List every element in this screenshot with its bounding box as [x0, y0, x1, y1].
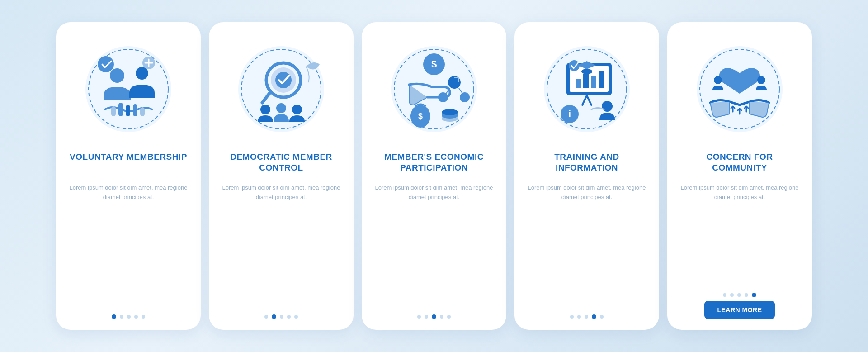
card-dots-3 — [417, 311, 451, 319]
card-icon-area-2 — [227, 35, 335, 143]
svg-point-35 — [442, 109, 458, 115]
dot — [723, 293, 726, 297]
svg-point-3 — [136, 67, 148, 80]
dot — [447, 315, 451, 319]
dot — [737, 293, 741, 297]
card-icon-area-4: i — [533, 35, 641, 143]
card-democratic-member-control: DEMOCRATIC MEMBER CONTROL Lorem ipsum do… — [209, 22, 354, 330]
card-title-3: MEMBER'S ECONOMIC PARTICIPATION — [374, 152, 494, 175]
card-voluntary-membership: VOLUNTARY MEMBERSHIP Lorem ipsum dolor s… — [56, 22, 201, 330]
card-icon-area-5 — [685, 35, 794, 143]
svg-point-19 — [260, 105, 270, 114]
dot — [577, 315, 581, 319]
dot — [425, 315, 428, 319]
svg-text:$: $ — [431, 58, 437, 70]
svg-point-55 — [714, 76, 722, 84]
svg-point-2 — [110, 68, 124, 83]
svg-point-4 — [98, 56, 114, 72]
card-training-and-information: i TRAINING AND INFORMATION Lorem ipsum d… — [514, 22, 659, 330]
dot — [280, 315, 283, 319]
dot-active — [272, 314, 276, 319]
dot — [120, 315, 123, 319]
svg-point-52 — [569, 60, 580, 71]
svg-point-51 — [602, 101, 613, 112]
card-members-economic-participation: $ $ MEMBER'S E — [362, 22, 506, 330]
svg-rect-41 — [583, 74, 589, 88]
dot — [294, 315, 298, 319]
dot-active — [112, 314, 116, 319]
dot-active — [752, 293, 756, 297]
dot — [585, 315, 588, 319]
dot — [287, 315, 291, 319]
card-text-2: Lorem ipsum dolor sit dim amet, mea regi… — [222, 183, 341, 202]
card-title-1: VOLUNTARY MEMBERSHIP — [70, 152, 187, 175]
dot — [730, 293, 734, 297]
card-icon-area-3: $ $ — [380, 35, 488, 143]
svg-text:$: $ — [418, 112, 423, 121]
svg-point-30 — [460, 92, 470, 102]
card-text-4: Lorem ipsum dolor sit dim amet, mea regi… — [527, 183, 646, 202]
card-dots-1 — [112, 311, 145, 319]
dot — [134, 315, 138, 319]
card-title-2: DEMOCRATIC MEMBER CONTROL — [222, 152, 341, 175]
card-title-4: TRAINING AND INFORMATION — [527, 152, 646, 175]
dot — [142, 315, 145, 319]
card-dots-2 — [264, 311, 298, 319]
dot — [264, 315, 268, 319]
svg-rect-8 — [111, 106, 116, 116]
dot — [600, 315, 604, 319]
card-dots-4 — [570, 311, 604, 319]
cards-container: VOLUNTARY MEMBERSHIP Lorem ipsum dolor s… — [29, 9, 839, 343]
card-text-1: Lorem ipsum dolor sit dim amet, mea regi… — [69, 183, 188, 202]
dot — [417, 315, 421, 319]
dot-active — [432, 314, 436, 319]
dot — [745, 293, 748, 297]
svg-text:i: i — [568, 108, 571, 119]
svg-point-56 — [757, 76, 765, 84]
svg-point-46 — [581, 69, 592, 74]
svg-rect-43 — [599, 71, 604, 88]
card-title-5: CONCERN FOR COMMUNITY — [680, 152, 799, 175]
svg-rect-11 — [133, 104, 137, 116]
dot — [570, 315, 574, 319]
svg-rect-42 — [591, 76, 596, 88]
svg-point-0 — [85, 46, 171, 132]
svg-rect-10 — [126, 105, 130, 116]
dot — [127, 315, 131, 319]
svg-point-20 — [276, 103, 286, 113]
card-icon-area-1 — [74, 35, 183, 143]
svg-point-17 — [275, 72, 292, 88]
card-text-5: Lorem ipsum dolor sit dim amet, mea regi… — [680, 183, 799, 202]
card-concern-for-community: CONCERN FOR COMMUNITY Lorem ipsum dolor … — [667, 22, 812, 330]
svg-rect-40 — [576, 79, 581, 88]
svg-rect-12 — [140, 107, 145, 116]
dot-active — [592, 314, 596, 319]
card-dots-5 — [723, 289, 756, 297]
svg-rect-9 — [118, 103, 123, 116]
learn-more-button[interactable]: LEARN MORE — [704, 301, 774, 319]
card-text-3: Lorem ipsum dolor sit dim amet, mea regi… — [374, 183, 494, 202]
svg-point-29 — [438, 92, 448, 102]
dot — [440, 315, 443, 319]
svg-point-21 — [292, 105, 302, 114]
